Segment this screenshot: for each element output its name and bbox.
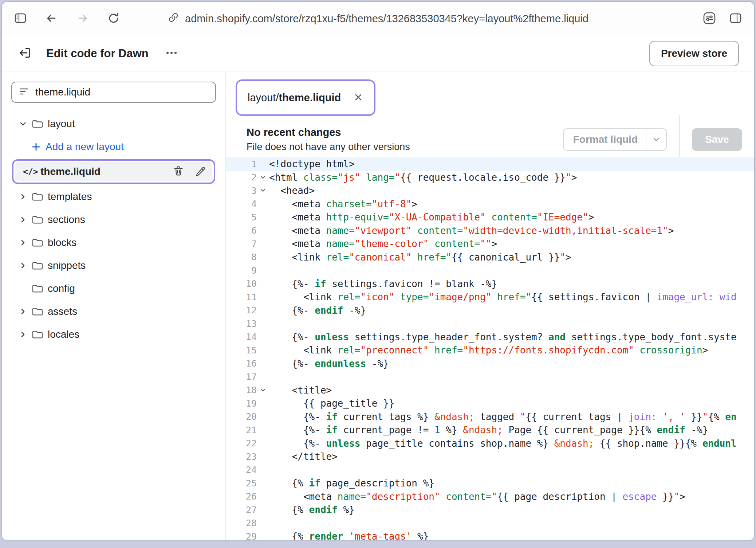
line-number: 7: [226, 239, 257, 249]
code-line[interactable]: 4 <meta charset="utf-8">: [226, 197, 754, 211]
code-text: <link rel="canonical" href="{{ canonical…: [269, 252, 754, 263]
sidebar-item-snippets[interactable]: snippets: [11, 254, 216, 277]
address-bar[interactable]: admin.shopify.com/store/rzq1xu-f5/themes…: [168, 12, 588, 26]
line-number: 19: [226, 398, 257, 409]
line-number: 24: [226, 465, 257, 475]
sidebar-item-layout[interactable]: layout: [11, 112, 216, 135]
file-search[interactable]: [11, 82, 216, 103]
code-line[interactable]: 19 {{ page_title }}: [226, 397, 754, 410]
preview-store-button[interactable]: Preview store: [649, 41, 739, 66]
code-line[interactable]: 28: [226, 517, 754, 530]
exit-button[interactable]: [17, 45, 32, 62]
code-text: {%- unless settings.type_header_font.sys…: [269, 332, 754, 342]
sidebar-item-theme-liquid[interactable]: </> theme.liquid: [15, 162, 212, 181]
save-button[interactable]: Save: [692, 128, 742, 151]
add-new-layout-label: Add a new layout: [46, 141, 124, 153]
code-line[interactable]: 17: [226, 370, 754, 384]
code-text: <link rel="icon" type="image/png" href="…: [269, 291, 754, 302]
code-line[interactable]: 11 <link rel="icon" type="image/png" hre…: [226, 290, 754, 304]
rename-file-button[interactable]: [194, 165, 206, 179]
code-line[interactable]: 8 <link rel="canonical" href="{{ canonic…: [226, 251, 754, 264]
reload-button[interactable]: [107, 11, 121, 26]
code-text: {%- endunless -%}: [269, 358, 754, 369]
forward-button[interactable]: [75, 11, 90, 27]
code-line[interactable]: 23 </title>: [226, 450, 754, 463]
sidebar-toggle-button[interactable]: [13, 11, 27, 26]
code-text: <meta name="theme-color" content="">: [269, 238, 754, 249]
code-line[interactable]: 7 <meta name="theme-color" content="">: [226, 237, 754, 251]
browser-settings-button[interactable]: [702, 11, 716, 26]
code-editor-panel: layout/theme.liquid No recent changes Fi…: [226, 71, 754, 540]
code-text: {% endif %}: [269, 504, 754, 515]
code-line[interactable]: 18 <title>: [226, 384, 754, 397]
code-line[interactable]: 27 {% endif %}: [226, 503, 754, 517]
chevron-right-icon[interactable]: [16, 238, 29, 247]
code-line[interactable]: 22 {%- unless page_title contains shop.n…: [226, 437, 754, 450]
folder-icon: [29, 215, 46, 225]
code-line[interactable]: 16 {%- endunless -%}: [226, 357, 754, 371]
code-text: <meta name="description" content="{{ pag…: [269, 491, 754, 502]
sidebar-item-blocks[interactable]: blocks: [11, 231, 216, 254]
chevron-right-icon[interactable]: [16, 261, 29, 270]
code-editor[interactable]: 1<!doctype html>2<html class="js" lang="…: [226, 157, 754, 540]
code-line[interactable]: 9: [226, 264, 754, 277]
chevron-right-icon[interactable]: [16, 330, 29, 339]
chevron-right-icon[interactable]: [16, 307, 29, 316]
code-line[interactable]: 6 <meta name="viewport" content="width=d…: [226, 224, 754, 238]
code-line[interactable]: 3 <head>: [226, 184, 754, 197]
delete-file-button[interactable]: [172, 165, 185, 179]
link-icon: [168, 12, 179, 26]
file-search-input[interactable]: [35, 86, 209, 98]
sidebar-item-templates[interactable]: templates: [11, 185, 216, 208]
chevron-right-icon[interactable]: [16, 215, 29, 224]
line-number: 21: [226, 425, 257, 435]
code-text: <title>: [269, 385, 754, 396]
panel-toggle-button[interactable]: [729, 11, 743, 26]
line-number: 15: [226, 345, 257, 356]
chevron-down-icon[interactable]: [646, 134, 666, 145]
back-button[interactable]: [44, 11, 59, 27]
tab-close-button[interactable]: [353, 92, 363, 103]
code-line[interactable]: 29 {% render 'meta-tags' %}: [226, 530, 754, 540]
code-line[interactable]: 10 {%- if settings.favicon != blank -%}: [226, 277, 754, 291]
sidebar-item-assets[interactable]: assets: [11, 300, 216, 323]
version-status: No recent changes File does not have any…: [247, 126, 410, 153]
code-line[interactable]: 12 {%- endif -%}: [226, 304, 754, 317]
code-line[interactable]: 13: [226, 317, 754, 330]
exit-icon: [17, 45, 32, 62]
filter-icon: [19, 86, 29, 98]
code-text: <!doctype html>: [269, 158, 754, 169]
code-line[interactable]: 1<!doctype html>: [226, 157, 754, 171]
tab-theme-liquid[interactable]: layout/theme.liquid: [239, 83, 372, 113]
fold-chevron-icon[interactable]: [257, 175, 269, 180]
line-number: 4: [226, 199, 257, 209]
code-line[interactable]: 21 {%- if current_page != 1 %} &ndash; P…: [226, 423, 754, 437]
code-line[interactable]: 24: [226, 463, 754, 477]
chevron-down-icon[interactable]: [16, 119, 29, 129]
fold-chevron-icon[interactable]: [257, 388, 269, 393]
sidebar-item-sections[interactable]: sections: [11, 208, 216, 231]
chevron-right-icon[interactable]: [16, 192, 29, 201]
add-new-layout-button[interactable]: Add a new layout: [11, 135, 216, 158]
sidebar-item-config[interactable]: config: [11, 277, 216, 300]
code-line[interactable]: 14 {%- unless settings.type_header_font.…: [226, 330, 754, 344]
fold-chevron-icon[interactable]: [257, 188, 269, 193]
more-actions-button[interactable]: [165, 50, 178, 56]
format-liquid-button[interactable]: Format liquid: [563, 128, 667, 151]
line-number: 12: [226, 305, 257, 316]
code-line[interactable]: 26 <meta name="description" content="{{ …: [226, 490, 754, 504]
code-line[interactable]: 20 {%- if current_tags %} &ndash; tagged…: [226, 410, 754, 424]
code-text: {%- if settings.favicon != blank -%}: [269, 278, 754, 289]
code-line[interactable]: 25 {% if page_description %}: [226, 477, 754, 490]
code-text: {% render 'meta-tags' %}: [269, 531, 754, 540]
url-text: admin.shopify.com/store/rzq1xu-f5/themes…: [185, 13, 588, 25]
forward-arrow-icon: [75, 11, 90, 27]
code-text: {% if page_description %}: [269, 478, 754, 489]
line-number: 10: [226, 278, 257, 289]
code-line[interactable]: 2<html class="js" lang="{{ request.local…: [226, 171, 754, 184]
code-line[interactable]: 5 <meta http-equiv="X-UA-Compatible" con…: [226, 211, 754, 224]
line-number: 25: [226, 478, 257, 489]
code-line[interactable]: 15 <link rel="preconnect" href="https://…: [226, 344, 754, 357]
sidebar-item-locales[interactable]: locales: [11, 323, 216, 346]
folder-icon: [29, 261, 46, 271]
